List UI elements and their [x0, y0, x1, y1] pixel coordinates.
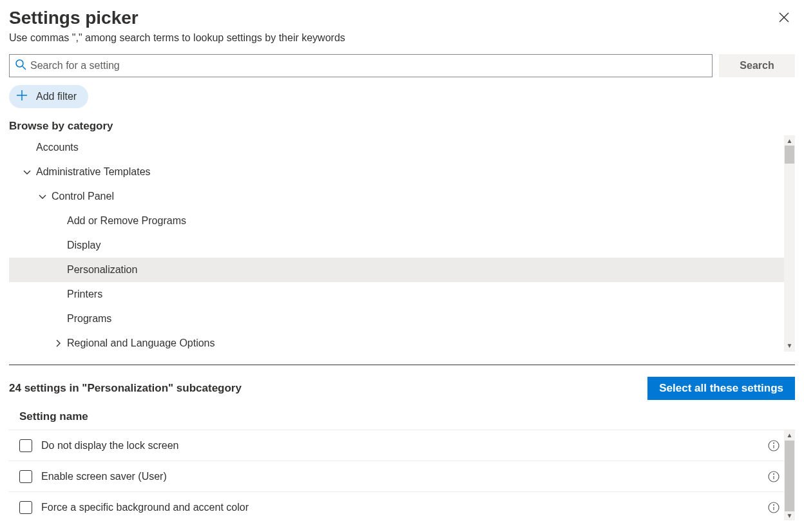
info-icon[interactable] — [768, 440, 780, 451]
scroll-down-icon[interactable]: ▼ — [787, 511, 793, 520]
tree-scrollbar[interactable]: ▲ ▼ — [784, 135, 795, 352]
settings-scrollbar[interactable]: ▲ ▼ — [784, 430, 795, 520]
results-count: 24 settings in "Personalization" subcate… — [9, 382, 242, 395]
chevron-right-icon — [52, 337, 64, 350]
search-box[interactable] — [9, 54, 713, 77]
svg-point-8 — [774, 442, 774, 443]
scroll-thumb[interactable] — [785, 441, 794, 511]
svg-point-2 — [16, 60, 23, 67]
scroll-up-icon[interactable]: ▲ — [787, 430, 793, 440]
chevron-down-icon — [21, 166, 34, 178]
scroll-thumb[interactable] — [785, 146, 794, 164]
tree-item-accounts[interactable]: Accounts — [9, 135, 795, 160]
setting-row[interactable]: Do not display the lock screen — [9, 430, 795, 461]
tree-item-administrative-templates[interactable]: Administrative Templates — [9, 160, 795, 184]
checkbox[interactable] — [19, 501, 32, 514]
checkbox[interactable] — [19, 439, 32, 452]
close-icon — [778, 12, 790, 23]
tree-item-label: Accounts — [36, 142, 79, 153]
close-button[interactable] — [778, 12, 791, 24]
setting-label[interactable]: Do not display the lock screen — [41, 440, 768, 451]
section-divider — [9, 365, 795, 365]
settings-list: Do not display the lock screen Enable sc… — [9, 430, 795, 520]
search-icon — [15, 59, 26, 73]
tree-item-label: Add or Remove Programs — [67, 215, 186, 227]
scroll-down-icon[interactable]: ▼ — [787, 340, 793, 352]
checkbox[interactable] — [19, 470, 32, 483]
tree-item-label: Printers — [67, 289, 102, 300]
page-title: Settings picker — [9, 8, 139, 28]
tree-item-label: Display — [67, 240, 100, 251]
setting-row[interactable]: Enable screen saver (User) — [9, 461, 795, 492]
info-icon[interactable] — [768, 502, 780, 513]
tree-item-regional-language[interactable]: Regional and Language Options — [9, 331, 795, 352]
select-all-button[interactable]: Select all these settings — [647, 377, 795, 400]
search-input[interactable] — [26, 55, 707, 77]
tree-item-add-remove-programs[interactable]: Add or Remove Programs — [9, 209, 795, 233]
setting-label[interactable]: Enable screen saver (User) — [41, 471, 768, 482]
svg-line-3 — [23, 66, 26, 70]
tree-item-label: Administrative Templates — [36, 166, 151, 178]
category-tree: Accounts Administrative Templates Contro… — [9, 135, 795, 352]
add-filter-label: Add filter — [36, 91, 77, 102]
setting-row[interactable]: Force a specific background and accent c… — [9, 492, 795, 520]
search-button[interactable]: Search — [719, 54, 795, 77]
info-icon[interactable] — [768, 471, 780, 482]
tree-item-label: Control Panel — [52, 191, 114, 202]
tree-item-label: Programs — [67, 313, 111, 325]
add-filter-button[interactable]: Add filter — [9, 85, 88, 108]
tree-item-label: Regional and Language Options — [67, 337, 215, 349]
chevron-down-icon — [36, 190, 49, 203]
tree-item-label: Personalization — [67, 264, 137, 276]
tree-item-programs[interactable]: Programs — [9, 307, 795, 331]
plus-icon — [15, 89, 28, 104]
tree-item-display[interactable]: Display — [9, 233, 795, 258]
tree-item-control-panel[interactable]: Control Panel — [9, 184, 795, 209]
svg-point-11 — [774, 473, 774, 474]
tree-item-printers[interactable]: Printers — [9, 282, 795, 307]
page-subtitle: Use commas "," among search terms to loo… — [9, 32, 795, 44]
tree-item-personalization[interactable]: Personalization — [9, 258, 795, 282]
browse-by-category-label: Browse by category — [9, 120, 795, 133]
setting-label[interactable]: Force a specific background and accent c… — [41, 502, 768, 513]
column-header-setting-name[interactable]: Setting name — [9, 400, 795, 430]
svg-point-14 — [774, 504, 774, 505]
